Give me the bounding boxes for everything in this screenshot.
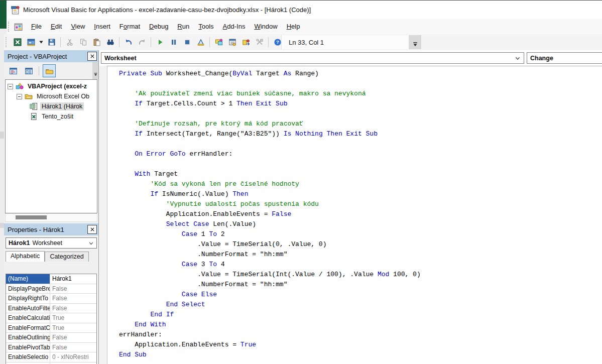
break-button[interactable]: [167, 36, 180, 49]
menu-format[interactable]: Format: [115, 19, 145, 34]
find-button[interactable]: [103, 36, 117, 49]
code-window: Worksheet Change Private Sub Worksheet_C…: [98, 50, 602, 364]
code-line: [119, 159, 602, 169]
property-name[interactable]: Name: [6, 362, 50, 364]
menu-window[interactable]: Window: [250, 19, 282, 34]
property-name[interactable]: EnableAutoFilte: [6, 304, 50, 313]
paste-button[interactable]: [90, 36, 103, 49]
object-dropdown[interactable]: Worksheet: [101, 52, 524, 64]
code-margin-indicator-bar[interactable]: [99, 66, 107, 364]
menu-view[interactable]: View: [66, 19, 89, 34]
save-icon: [48, 38, 56, 46]
property-row[interactable]: DisplayRightToFalse: [6, 294, 96, 304]
property-value[interactable]: False: [50, 284, 96, 294]
menu-tools[interactable]: Tools: [194, 19, 218, 34]
property-row[interactable]: EnableSelectio0 - xlNoRestri: [6, 352, 96, 362]
tab-alphabetic[interactable]: Alphabetic: [6, 251, 45, 262]
toolbar-options-button[interactable]: [409, 35, 421, 49]
project-close-button[interactable]: [87, 52, 97, 61]
property-row[interactable]: DisplayPageBreFalse: [6, 284, 96, 294]
properties-close-button[interactable]: [87, 225, 97, 234]
tree-item-tento-zosit[interactable]: Tento_zošit: [6, 111, 97, 122]
toolbox-button[interactable]: [253, 36, 266, 49]
view-code-button[interactable]: [7, 65, 19, 77]
toolbar-grip[interactable]: [8, 22, 11, 32]
property-value[interactable]: False: [50, 343, 96, 352]
menu-add-ins[interactable]: Add-Ins: [218, 19, 250, 34]
properties-panel-titlebar[interactable]: Properties - Hárok1: [4, 223, 98, 235]
property-row[interactable]: NameHárok1: [6, 362, 96, 364]
tab-categorized[interactable]: Categorized: [45, 252, 88, 262]
menu-run[interactable]: Run: [173, 19, 194, 34]
save-button[interactable]: [45, 36, 58, 49]
property-name[interactable]: DisplayPageBre: [6, 284, 50, 294]
insert-dropdown-button[interactable]: [38, 36, 45, 49]
chevron-down-icon: [88, 240, 94, 247]
toolbar-grip[interactable]: [6, 37, 8, 47]
object-selector-dropdown[interactable]: Hárok1 Worksheet: [6, 237, 97, 249]
property-row[interactable]: EnablePivotTabFalse: [6, 343, 96, 353]
collapse-icon[interactable]: [17, 94, 22, 99]
code-line: If Intersect(Target, Range("A3:B25")) Is…: [119, 129, 602, 139]
property-value[interactable]: Hárok1: [50, 362, 96, 364]
property-row[interactable]: EnableCalculatiTrue: [6, 313, 96, 323]
property-value[interactable]: False: [50, 294, 96, 303]
property-name[interactable]: DisplayRightTo: [6, 294, 50, 303]
project-toolbar-options-button[interactable]: [92, 62, 98, 79]
tree-item-harok1-sheet[interactable]: Hárok1 (Hárok: [6, 101, 97, 111]
property-name[interactable]: EnablePivotTab: [6, 343, 50, 352]
tree-item-microsoft-excel-objects[interactable]: Microsoft Excel Ob: [6, 91, 97, 101]
property-name[interactable]: EnableCalculati: [6, 313, 50, 323]
code-editor[interactable]: Private Sub Worksheet_Change(ByVal Targe…: [107, 66, 602, 364]
project-tree-hscrollbar[interactable]: [5, 213, 97, 222]
scrollbar-thumb[interactable]: [16, 215, 47, 219]
menu-insert[interactable]: Insert: [89, 19, 115, 34]
property-value[interactable]: False: [50, 333, 96, 342]
property-name[interactable]: EnableFormatC: [6, 323, 50, 333]
svg-text:?: ?: [276, 39, 279, 45]
property-name[interactable]: EnableOutlining: [6, 333, 50, 342]
menu-debug[interactable]: Debug: [145, 19, 173, 34]
object-browser-button[interactable]: [239, 36, 253, 49]
collapse-icon[interactable]: [8, 84, 13, 89]
redo-button[interactable]: [135, 36, 149, 49]
code-line: Case 3 To 4: [119, 260, 602, 270]
project-explorer-button[interactable]: [212, 36, 225, 49]
property-value[interactable]: 0 - xlNoRestri: [50, 352, 96, 362]
menu-edit[interactable]: Edit: [46, 19, 66, 34]
property-name[interactable]: (Name): [6, 274, 50, 284]
copy-button[interactable]: [76, 36, 90, 49]
view-microsoft-excel-button[interactable]: [11, 36, 24, 49]
code-line: 'Ak používateľ zmení viac buniek súčasne…: [119, 89, 602, 99]
menu-help[interactable]: Help: [282, 19, 305, 34]
property-name[interactable]: EnableSelectio: [6, 352, 50, 362]
view-object-button[interactable]: [23, 65, 35, 77]
child-window-menu-icon[interactable]: [14, 23, 23, 31]
menu-file[interactable]: File: [27, 19, 46, 34]
cursor-position-status: Ln 33, Col 1: [281, 35, 416, 49]
property-row[interactable]: EnableAutoFilteFalse: [6, 304, 96, 314]
property-value[interactable]: True: [50, 313, 96, 323]
property-row[interactable]: (Name)Hárok1: [6, 274, 96, 284]
design-mode-button[interactable]: [194, 36, 207, 49]
insert-userform-button[interactable]: [24, 36, 38, 49]
project-panel-titlebar[interactable]: Project - VBAProject: [4, 50, 98, 62]
code-line: Application.EnableEvents = False: [119, 209, 602, 219]
property-value[interactable]: True: [50, 323, 96, 333]
property-value[interactable]: Hárok1: [50, 274, 96, 284]
selected-object-type: Worksheet: [32, 239, 62, 247]
tree-item-vbaproject-root[interactable]: VBAProject (excel-z: [6, 81, 97, 91]
property-row[interactable]: EnableFormatCTrue: [6, 323, 96, 333]
undo-button[interactable]: [122, 36, 135, 49]
run-button[interactable]: [153, 36, 167, 49]
property-row[interactable]: EnableOutliningFalse: [6, 333, 96, 343]
toggle-folders-button[interactable]: [43, 64, 56, 77]
procedure-dropdown[interactable]: Change: [527, 52, 602, 64]
reset-button[interactable]: [180, 36, 194, 49]
code-line: With Target: [119, 169, 602, 179]
cut-button[interactable]: [63, 36, 76, 49]
properties-window-button[interactable]: [225, 36, 239, 49]
property-value[interactable]: False: [50, 304, 96, 313]
code-line: errHandler:: [119, 330, 602, 340]
menu-bar: FileEditViewInsertFormatDebugRunToolsAdd…: [7, 19, 602, 34]
